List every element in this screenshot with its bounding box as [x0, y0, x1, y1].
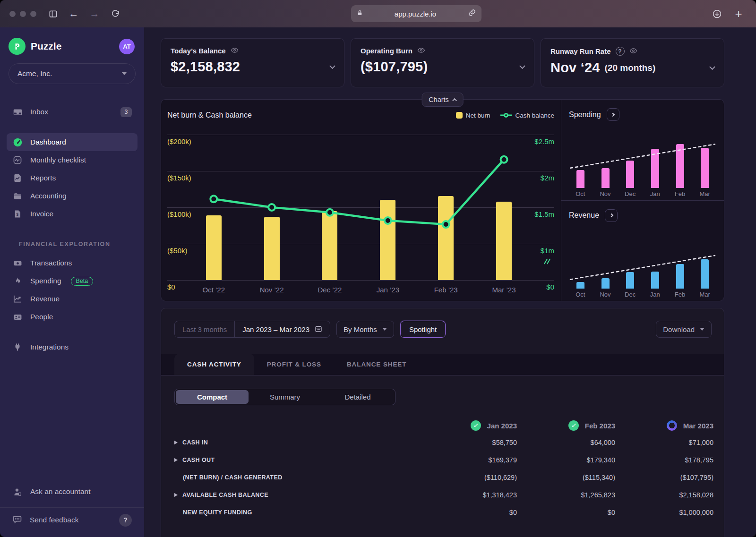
- browser-window: ← → app.puzzle.io +: [0, 0, 756, 537]
- cash-balance-point[interactable]: [443, 221, 449, 228]
- calendar-icon: [315, 325, 322, 334]
- chevron-down-icon[interactable]: [710, 64, 714, 72]
- net-burn-cash-balance-chart: Net burn & Cash balance Net burn Cash ba: [161, 100, 561, 301]
- spotlight-button[interactable]: Spotlight: [400, 321, 446, 338]
- net-burn-swatch: [456, 112, 463, 119]
- send-feedback[interactable]: Send feedback ?: [7, 508, 137, 532]
- sidebar-item-accounting[interactable]: Accounting: [7, 187, 137, 205]
- eye-icon[interactable]: [629, 47, 637, 55]
- forward-button[interactable]: →: [86, 7, 103, 21]
- sidebar-item-reports[interactable]: Reports: [7, 169, 137, 187]
- id-card-icon: [12, 313, 23, 322]
- help-button[interactable]: ?: [119, 514, 132, 527]
- sidebar-item-monthly-checklist[interactable]: Monthly checklist: [7, 151, 137, 169]
- tab-balance-sheet[interactable]: BALANCE SHEET: [334, 354, 419, 375]
- sidebar-item-revenue[interactable]: Revenue: [7, 290, 137, 308]
- x-axis-labels: Oct ’22Nov ’22Dec ’22Jan ’23Feb ’23Mar ’…: [167, 286, 554, 296]
- sidebar-item-spending[interactable]: Spending Beta: [7, 272, 137, 290]
- chevron-down-icon[interactable]: [330, 63, 335, 71]
- sidebar-item-inbox[interactable]: Inbox 3: [7, 103, 137, 121]
- column-header-jan: ✓ Jan 2023: [419, 420, 517, 431]
- chevron-down-icon[interactable]: [520, 63, 524, 71]
- sidebar-item-transactions[interactable]: Transactions: [7, 254, 137, 272]
- zoom-window-button[interactable]: [30, 11, 36, 17]
- cash-balance-point[interactable]: [268, 204, 275, 211]
- x-axis-label: Jan: [643, 190, 667, 197]
- close-window-button[interactable]: [9, 11, 16, 17]
- company-name: Acme, Inc.: [17, 69, 122, 78]
- month-in-progress-icon: [667, 420, 677, 431]
- group-by-dropdown[interactable]: By Months: [336, 321, 394, 338]
- sidebar-item-integrations[interactable]: Integrations: [7, 338, 137, 356]
- app-title: Puzzle: [31, 41, 114, 52]
- eye-icon[interactable]: [417, 47, 425, 55]
- banknote-icon: [12, 259, 23, 268]
- expand-icon[interactable]: [174, 458, 178, 462]
- column-header-mar: Mar 2023: [615, 420, 713, 431]
- cash-balance-point[interactable]: [501, 156, 507, 163]
- eye-icon[interactable]: [231, 47, 239, 55]
- sidebar-item-dashboard[interactable]: Dashboard: [7, 133, 137, 151]
- cash-balance-point[interactable]: [385, 217, 391, 224]
- spending-plot-area: [568, 128, 717, 188]
- help-icon[interactable]: ?: [616, 47, 625, 56]
- column-header-feb: ✓ Feb 2023: [517, 420, 615, 431]
- folder-icon: [12, 191, 23, 201]
- table-row-cash-in[interactable]: CASH IN $58,750 $64,000 $71,000: [161, 434, 724, 451]
- range-preset-button[interactable]: Last 3 months: [175, 321, 235, 337]
- charts-collapse-button[interactable]: Charts: [421, 93, 464, 107]
- company-selector[interactable]: Acme, Inc.: [9, 63, 136, 84]
- chart-legend: Net burn Cash balance: [456, 112, 554, 119]
- sidebar-item-ask-accountant[interactable]: Ask an accountant: [7, 483, 137, 501]
- link-icon[interactable]: [468, 9, 476, 18]
- minimize-window-button[interactable]: [20, 11, 26, 17]
- table-row-net-burn: (NET BURN) / CASH GENERATED ($110,629) (…: [161, 469, 724, 486]
- downloads-icon[interactable]: [709, 7, 725, 21]
- sidebar-item-label: Revenue: [30, 295, 60, 303]
- month-closed-icon: ✓: [471, 420, 481, 431]
- view-option-summary[interactable]: Summary: [249, 390, 321, 404]
- new-tab-button[interactable]: +: [730, 7, 747, 21]
- stat-card-runway: Runway Run Rate ? Nov ‘24 (20 months): [541, 38, 724, 87]
- spending-detail-button[interactable]: [607, 108, 619, 121]
- sidebar-item-people[interactable]: People: [7, 308, 137, 326]
- plug-icon: [12, 342, 23, 352]
- sidebar-item-label: Spending: [30, 277, 61, 285]
- tab-profit-loss[interactable]: PROFIT & LOSS: [254, 354, 334, 375]
- chart-title: Net burn & Cash balance: [167, 111, 252, 119]
- cash-balance-point[interactable]: [210, 196, 217, 202]
- sidebar-item-label: Integrations: [30, 343, 69, 351]
- view-option-detailed[interactable]: Detailed: [321, 390, 394, 404]
- expand-icon[interactable]: [174, 441, 178, 444]
- beta-badge: Beta: [71, 277, 94, 286]
- spotlight-label: Spotlight: [409, 325, 437, 333]
- stat-card-todays-balance: Today’s Balance $2,158,832: [161, 38, 344, 87]
- caret-down-icon: [700, 328, 704, 331]
- tab-cash-activity[interactable]: CASH ACTIVITY: [174, 354, 254, 375]
- address-bar[interactable]: app.puzzle.io: [351, 5, 481, 22]
- sidebar-item-label: Dashboard: [30, 138, 66, 146]
- sidebar-item-invoice[interactable]: $ Invoice: [7, 205, 137, 223]
- cash-balance-point[interactable]: [326, 209, 333, 216]
- chevron-up-icon: [452, 98, 457, 102]
- charts-panel: Charts Net burn & Cash balance Net burn: [161, 99, 724, 301]
- download-dropdown[interactable]: Download: [656, 321, 712, 338]
- dashboard-icon: [12, 137, 23, 147]
- avatar[interactable]: AT: [119, 39, 135, 54]
- sidebar-toggle-icon[interactable]: [45, 7, 61, 21]
- revenue-mini-chart: Revenue OctNovDecJanFebMar: [561, 200, 724, 301]
- spending-mini-chart: Spending OctNovDecJanFebMar: [561, 100, 724, 200]
- back-button[interactable]: ←: [66, 7, 82, 21]
- spending-x-labels: OctNovDecJanFebMar: [568, 190, 717, 198]
- table-row-available-cash[interactable]: AVAILABLE CASH BALANCE $1,318,423 $1,265…: [161, 486, 724, 503]
- reload-button[interactable]: [107, 7, 123, 21]
- expand-icon[interactable]: [174, 493, 178, 497]
- revenue-detail-button[interactable]: [605, 209, 618, 222]
- date-range-button[interactable]: Jan 2023 – Mar 2023: [235, 321, 330, 337]
- window-controls[interactable]: [9, 11, 36, 17]
- main-content: Today’s Balance $2,158,832 Operating Bur…: [144, 27, 756, 537]
- view-option-compact[interactable]: Compact: [176, 390, 249, 404]
- x-axis-label: Jan: [643, 291, 667, 298]
- svg-text:$: $: [16, 213, 18, 217]
- table-row-cash-out[interactable]: CASH OUT $169,379 $179,340 $178,795: [161, 451, 724, 469]
